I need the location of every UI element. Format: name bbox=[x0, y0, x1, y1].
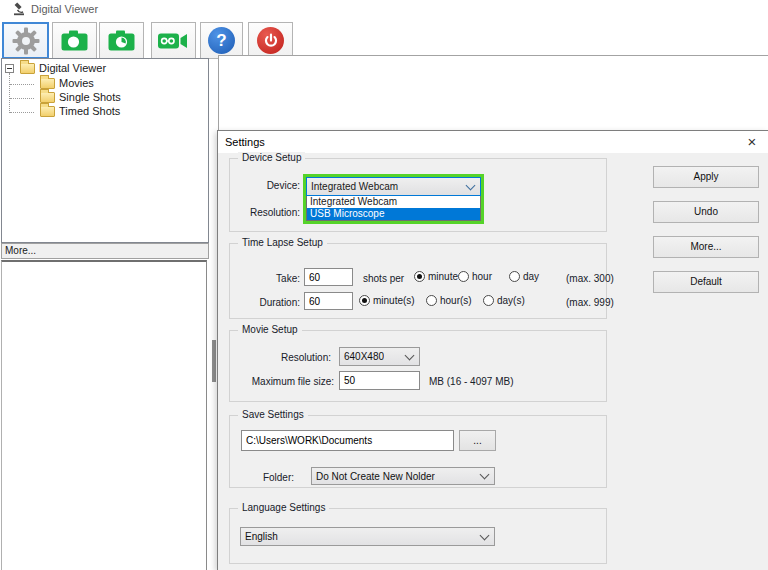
take-input-value: 60 bbox=[309, 272, 320, 283]
highlight-annotation-box: Integrated Webcam Integrated Webcam USB … bbox=[303, 174, 484, 224]
radio-duration-days-label: day(s) bbox=[497, 295, 525, 306]
radio-duration-days[interactable]: day(s) bbox=[483, 295, 525, 306]
preview-panel bbox=[1, 260, 207, 570]
folder-dropdown[interactable]: Do Not Create New Nolder bbox=[311, 467, 495, 485]
chevron-down-icon bbox=[480, 530, 490, 540]
folder-icon bbox=[40, 78, 55, 89]
device-dropdown-value: Integrated Webcam bbox=[311, 181, 398, 192]
radio-icon bbox=[359, 295, 370, 306]
save-path-value: C:\Users\WORK\Documents bbox=[246, 435, 372, 446]
settings-dialog: Settings × Device Setup Time Lapse Setup… bbox=[217, 130, 768, 570]
movie-resolution-dropdown[interactable]: 640X480 bbox=[339, 347, 420, 366]
device-dropdown[interactable]: Integrated Webcam bbox=[306, 177, 481, 196]
device-option-usb-microscope[interactable]: USB Microscope bbox=[307, 208, 480, 220]
filesize-hint: MB (16 - 4097 MB) bbox=[429, 376, 513, 387]
filesize-input-value: 50 bbox=[344, 375, 355, 386]
duration-label: Duration: bbox=[252, 297, 300, 308]
radio-duration-minutes[interactable]: minute(s) bbox=[359, 295, 415, 306]
window-titlebar: Digital Viewer bbox=[0, 0, 768, 18]
radio-duration-hours-label: hour(s) bbox=[440, 295, 472, 306]
radio-icon bbox=[483, 295, 494, 306]
undo-button[interactable]: Undo bbox=[653, 201, 759, 223]
radio-icon bbox=[509, 271, 520, 282]
duration-input-value: 60 bbox=[309, 296, 320, 307]
chevron-down-icon bbox=[466, 180, 476, 190]
tree-connector bbox=[10, 98, 34, 100]
group-movie-setup: Movie Setup bbox=[229, 330, 607, 402]
camera-clock-icon bbox=[107, 28, 137, 53]
tree-item-movies[interactable]: Movies bbox=[59, 77, 94, 89]
panel-splitter-handle[interactable] bbox=[212, 340, 216, 382]
duration-max-hint: (max. 999) bbox=[566, 297, 614, 308]
group-save-settings-legend: Save Settings bbox=[238, 409, 308, 420]
filesize-input[interactable]: 50 bbox=[339, 371, 420, 390]
help-button[interactable]: ? bbox=[200, 22, 243, 59]
take-label: Take: bbox=[252, 273, 300, 284]
take-max-hint: (max. 300) bbox=[566, 273, 614, 284]
more-button[interactable]: More... bbox=[653, 236, 759, 258]
radio-take-minute[interactable]: minute bbox=[414, 271, 458, 282]
app-logo-icon bbox=[13, 2, 25, 16]
settings-button[interactable] bbox=[2, 22, 49, 59]
help-glyph: ? bbox=[216, 31, 226, 50]
radio-icon bbox=[426, 295, 437, 306]
tree-item-root[interactable]: Digital Viewer bbox=[39, 62, 106, 74]
gear-icon bbox=[11, 26, 41, 56]
group-movie-setup-legend: Movie Setup bbox=[238, 324, 302, 335]
radio-duration-minutes-label: minute(s) bbox=[373, 295, 415, 306]
app-window: Digital Viewer bbox=[0, 0, 768, 570]
radio-duration-hours[interactable]: hour(s) bbox=[426, 295, 472, 306]
take-input[interactable]: 60 bbox=[304, 268, 353, 286]
tree-item-single-shots[interactable]: Single Shots bbox=[59, 91, 121, 103]
folder-icon bbox=[20, 63, 35, 74]
radio-take-hour-label: hour bbox=[472, 271, 492, 282]
duration-input[interactable]: 60 bbox=[304, 292, 353, 310]
language-dropdown[interactable]: English bbox=[240, 527, 495, 546]
close-icon[interactable]: × bbox=[741, 131, 763, 153]
radio-icon bbox=[414, 271, 425, 282]
tree-expand-toggle[interactable] bbox=[5, 64, 14, 73]
folder-label: Folder: bbox=[254, 472, 294, 483]
group-time-lapse-legend: Time Lapse Setup bbox=[238, 237, 327, 248]
tree-connector bbox=[10, 84, 34, 86]
chevron-down-icon bbox=[480, 470, 490, 480]
chevron-down-icon bbox=[405, 350, 415, 360]
radio-take-minute-label: minute bbox=[428, 271, 458, 282]
radio-take-day[interactable]: day bbox=[509, 271, 539, 282]
device-dropdown-list: Integrated Webcam USB Microscope bbox=[306, 196, 481, 221]
device-option-integrated-webcam[interactable]: Integrated Webcam bbox=[307, 196, 480, 208]
camera-icon bbox=[60, 28, 90, 53]
device-label: Device: bbox=[252, 180, 300, 191]
group-language-settings-legend: Language Settings bbox=[238, 502, 329, 513]
snapshot-button[interactable] bbox=[52, 22, 97, 59]
browse-button[interactable]: ... bbox=[459, 430, 496, 451]
radio-icon bbox=[458, 271, 469, 282]
power-icon bbox=[257, 27, 284, 54]
radio-take-day-label: day bbox=[523, 271, 539, 282]
tree-connector bbox=[10, 112, 34, 114]
timed-snapshot-button[interactable] bbox=[99, 22, 144, 59]
movie-resolution-value: 640X480 bbox=[344, 351, 384, 362]
folder-dropdown-value: Do Not Create New Nolder bbox=[316, 471, 435, 482]
radio-take-hour[interactable]: hour bbox=[458, 271, 492, 282]
language-dropdown-value: English bbox=[245, 531, 278, 542]
shots-per-label: shots per bbox=[363, 273, 404, 284]
resolution-label: Resolution: bbox=[232, 207, 300, 218]
save-path-input[interactable]: C:\Users\WORK\Documents bbox=[241, 430, 454, 451]
dialog-titlebar[interactable]: Settings × bbox=[218, 131, 768, 153]
folder-icon bbox=[40, 92, 55, 103]
record-button[interactable] bbox=[151, 22, 196, 59]
tree-connector bbox=[9, 73, 11, 113]
default-button[interactable]: Default bbox=[653, 271, 759, 293]
help-icon: ? bbox=[208, 27, 235, 54]
dialog-title: Settings bbox=[218, 136, 265, 148]
movie-resolution-label: Resolution: bbox=[263, 352, 331, 363]
filesize-label: Maximum file size: bbox=[238, 376, 334, 387]
video-camera-icon bbox=[157, 30, 191, 52]
sidebar-more-button[interactable]: More... bbox=[1, 243, 209, 259]
apply-button[interactable]: Apply bbox=[653, 166, 759, 188]
tree-item-timed-shots[interactable]: Timed Shots bbox=[59, 105, 120, 117]
group-device-setup-legend: Device Setup bbox=[238, 152, 305, 163]
window-title: Digital Viewer bbox=[31, 3, 98, 15]
power-button[interactable] bbox=[248, 22, 293, 59]
